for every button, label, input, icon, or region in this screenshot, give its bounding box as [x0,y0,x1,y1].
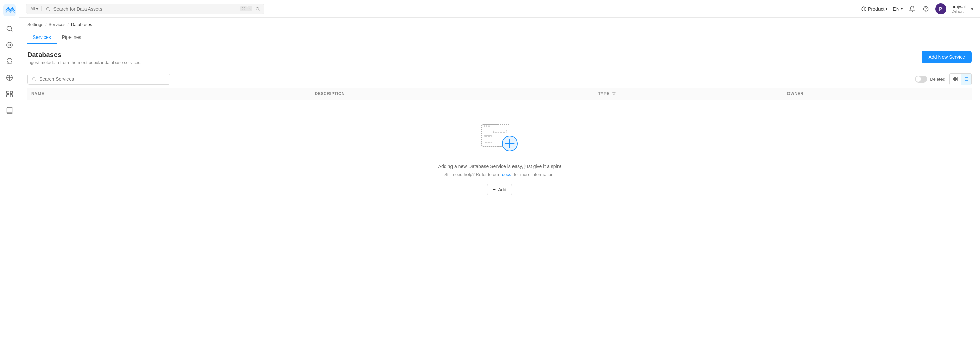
sidebar-item-explore[interactable] [3,22,16,35]
user-name: prajwal [952,4,966,9]
app-logo[interactable] [3,4,16,16]
search-services-container[interactable] [27,74,170,84]
product-label: Product [868,6,884,11]
svg-point-28 [486,126,487,127]
empty-subtitle-pre: Still need help? Refer to our [444,172,499,177]
grid-icon [952,76,958,82]
content-area: Settings / Services / Databases Services… [19,18,980,341]
page-title-section: Databases Ingest metadata from the most … [27,51,142,65]
col-type: TYPE ▽ [594,88,783,100]
user-dropdown-arrow[interactable]: ▾ [971,6,973,11]
user-avatar[interactable]: P [935,3,946,14]
search-services-icon [32,77,37,81]
add-new-service-button[interactable]: Add New Service [922,51,972,63]
page-subtitle: Ingest metadata from the most popular da… [27,60,142,65]
svg-rect-7 [6,95,8,97]
notifications-icon[interactable] [908,5,916,13]
product-switcher[interactable]: Product ▾ [861,6,887,11]
list-icon [963,76,969,82]
user-role: Default [952,9,966,13]
add-label: Add [498,187,506,192]
toolbar-right: Deleted [915,73,972,85]
sidebar [0,0,19,341]
language-switcher[interactable]: EN ▾ [893,6,902,11]
svg-point-13 [926,10,926,10]
tab-pipelines[interactable]: Pipelines [57,31,87,44]
tab-services[interactable]: Services [27,31,57,44]
empty-state-subtitle: Still need help? Refer to our docs for m… [444,172,555,177]
grid-view-button[interactable] [950,74,961,84]
col-name: NAME [27,88,311,100]
topbar-right: Product ▾ EN ▾ P [861,3,973,14]
svg-rect-31 [484,137,492,142]
global-search-input[interactable] [53,6,237,11]
empty-state-icon [479,120,520,156]
svg-rect-32 [493,130,506,133]
col-description: DESCRIPTION [311,88,594,100]
globe-icon [861,6,867,11]
sidebar-item-settings[interactable] [3,87,16,101]
main-area: All ▾ ⌘ K [19,0,980,341]
col-owner: OWNER [783,88,972,100]
global-search-container[interactable]: All ▾ ⌘ K [26,4,264,14]
breadcrumb-services[interactable]: Services [49,22,66,27]
services-table: NAME DESCRIPTION TYPE ▽ OWNER [27,88,972,216]
search-expand-icon[interactable] [255,6,260,11]
topbar: All ▾ ⌘ K [19,0,980,18]
svg-point-29 [488,126,490,127]
deleted-label: Deleted [930,77,945,82]
svg-point-14 [32,77,35,80]
product-chevron-icon: ▾ [886,7,887,11]
toggle-knob [916,76,921,82]
help-icon[interactable] [922,5,930,13]
search-services-input[interactable] [39,76,166,82]
svg-point-3 [6,42,12,48]
svg-rect-15 [953,77,955,79]
type-filter-icon[interactable]: ▽ [612,91,616,96]
svg-rect-17 [953,80,955,81]
k-key: K [247,6,253,11]
search-shortcut: ⌘ K [240,6,253,11]
svg-rect-18 [956,80,957,81]
breadcrumb-sep-1: / [45,22,47,27]
empty-state-title: Adding a new Database Service is easy, j… [438,164,561,169]
sidebar-item-activity[interactable] [3,38,16,52]
view-buttons [949,73,972,85]
empty-subtitle-post: for more information. [514,172,555,177]
svg-point-10 [256,7,259,10]
breadcrumb-sep-2: / [67,22,69,27]
list-view-button[interactable] [961,74,972,84]
deleted-toggle[interactable]: Deleted [915,76,945,83]
cmd-key: ⌘ [240,6,247,11]
deleted-toggle-switch[interactable] [915,76,927,83]
page-title: Databases [27,51,142,59]
svg-point-2 [8,44,11,46]
breadcrumb-current: Databases [71,22,92,27]
lang-chevron-icon: ▾ [901,7,903,11]
svg-rect-30 [484,130,492,135]
breadcrumb: Settings / Services / Databases [19,18,980,31]
breadcrumb-settings[interactable]: Settings [27,22,43,27]
page-header: Databases Ingest metadata from the most … [19,44,980,70]
svg-point-27 [484,126,485,127]
app-container: All ▾ ⌘ K [0,0,980,341]
table-container: NAME DESCRIPTION TYPE ▽ OWNER [19,88,980,216]
docs-link[interactable]: docs [502,172,511,177]
search-all-dropdown[interactable]: All ▾ [30,6,41,11]
sidebar-item-docs[interactable] [3,104,16,117]
empty-state-add-button[interactable]: + Add [487,184,512,195]
svg-point-1 [7,26,11,31]
toolbar: Deleted [19,70,980,88]
add-plus-icon: + [493,186,496,193]
svg-rect-5 [6,91,8,94]
svg-rect-16 [956,77,957,79]
svg-rect-8 [10,95,12,97]
sidebar-item-insights[interactable] [3,54,16,68]
sidebar-item-governance[interactable] [3,71,16,84]
search-all-chevron-icon: ▾ [36,6,38,11]
tabs: Services Pipelines [19,31,980,44]
svg-rect-6 [10,91,12,94]
lang-label: EN [893,6,899,11]
user-info[interactable]: prajwal Default [952,4,966,13]
empty-state: Adding a new Database Service is easy, j… [27,100,972,216]
